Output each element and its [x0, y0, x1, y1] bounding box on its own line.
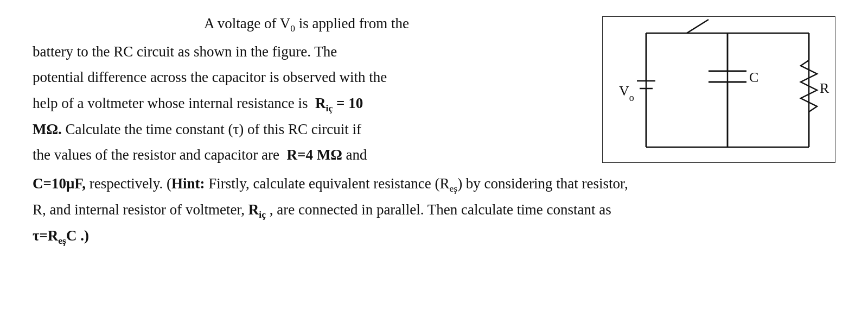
- title-line: A voltage of V0 is applied from the: [33, 11, 580, 37]
- paragraph1: battery to the RC circuit as shown in th…: [33, 39, 580, 65]
- paragraph5: the values of the resistor and capacitor…: [33, 142, 580, 168]
- paragraph4: MΩ. Calculate the time constant (τ) of t…: [33, 117, 580, 142]
- circuit-diagram: Vo: [602, 16, 835, 163]
- svg-text:R: R: [820, 80, 829, 96]
- bottom-section: C=10μF, respectively. (Hint: Firstly, ca…: [33, 171, 835, 249]
- bottom-paragraph1: C=10μF, respectively. (Hint: Firstly, ca…: [33, 171, 835, 197]
- text-block: A voltage of V0 is applied from the batt…: [33, 11, 580, 168]
- page: A voltage of V0 is applied from the batt…: [0, 0, 868, 329]
- bottom-paragraph2: R, and internal resistor of voltmeter, R…: [33, 197, 835, 223]
- paragraph2: potential difference across the capacito…: [33, 65, 580, 90]
- top-section: A voltage of V0 is applied from the batt…: [33, 11, 835, 168]
- svg-line-9: [687, 20, 709, 33]
- paragraph3: help of a voltmeter whose internal resis…: [33, 91, 580, 117]
- bottom-paragraph3: τ=ReşC .): [33, 223, 835, 249]
- svg-text:Vo: Vo: [619, 83, 634, 103]
- svg-text:C: C: [749, 69, 758, 85]
